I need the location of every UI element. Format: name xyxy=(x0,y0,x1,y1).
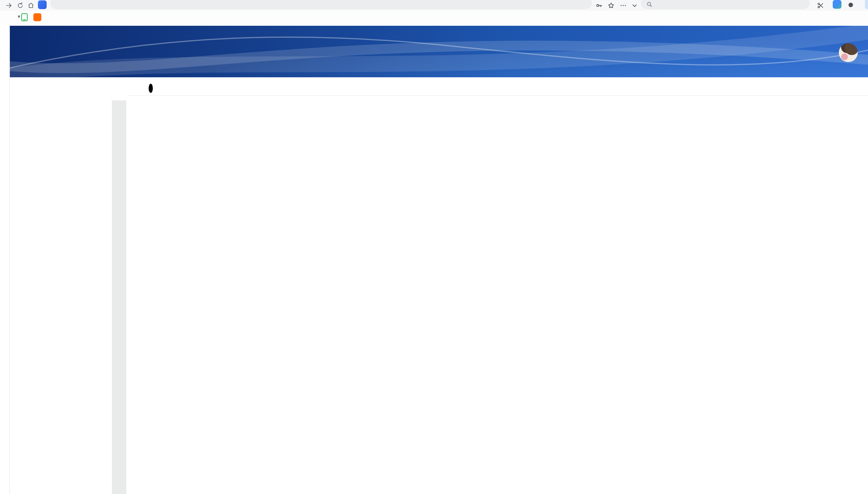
translate-extension-icon[interactable] xyxy=(833,0,841,9)
browser-search-input[interactable] xyxy=(641,0,810,9)
user-avatar[interactable] xyxy=(839,43,858,62)
password-key-icon[interactable] xyxy=(595,1,603,9)
bookmarks-bar: ▼ xyxy=(0,11,868,24)
study-plan-table xyxy=(127,100,868,494)
sidebar-scrollbar[interactable] xyxy=(112,100,126,494)
breadcrumb-separator-icon xyxy=(149,84,153,93)
browser-toolbar xyxy=(0,0,868,11)
bookmark-star-icon[interactable] xyxy=(607,1,615,9)
forward-icon[interactable] xyxy=(5,1,13,9)
breadcrumb-divider xyxy=(127,95,868,96)
reload-icon[interactable] xyxy=(16,1,24,9)
more-menu-icon[interactable] xyxy=(619,1,627,9)
chevron-down-icon[interactable] xyxy=(630,1,639,9)
pinned-tab-sliver[interactable] xyxy=(865,0,868,9)
scissors-icon[interactable] xyxy=(816,1,824,9)
banner-wave-decoration xyxy=(10,26,868,77)
app-header-banner xyxy=(10,26,868,77)
sidebar-nav xyxy=(10,77,111,494)
extensions-puzzle-icon[interactable] xyxy=(846,1,855,9)
clipped-browser-side-panel xyxy=(0,24,10,494)
ai-extension-icon[interactable] xyxy=(38,0,47,9)
bookmark-1688-icon[interactable] xyxy=(33,13,41,21)
favorites-caret-icon[interactable]: ▼ xyxy=(17,14,21,19)
tablet-bookmark-icon[interactable] xyxy=(21,13,28,21)
search-icon xyxy=(646,1,653,8)
home-icon[interactable] xyxy=(27,1,35,9)
url-bar[interactable] xyxy=(50,0,592,9)
screen: ▼ xyxy=(0,0,868,494)
